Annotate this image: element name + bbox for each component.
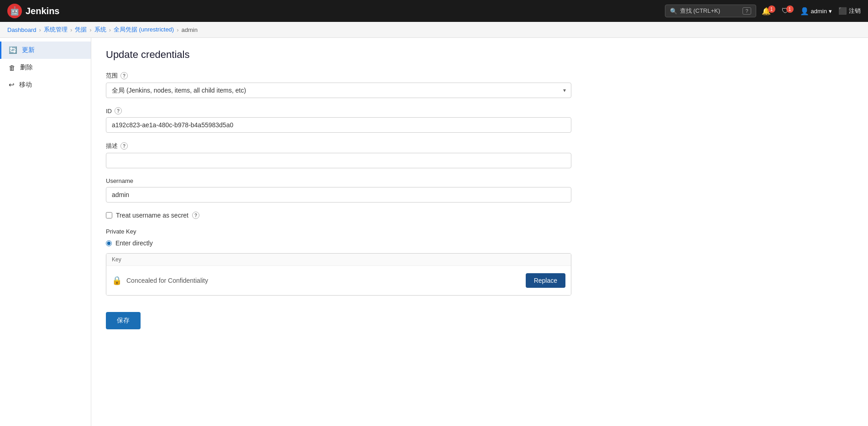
treat-username-secret-checkbox[interactable] [106,212,112,218]
description-group: 描述 ? [106,142,571,168]
delete-icon: 🗑 [9,64,16,72]
topnav-icons: 🔔 1 🛡 1 👤 admin ▾ ⬛ 注销 [762,7,861,16]
logout-label: 注销 [849,7,861,15]
breadcrumb-sep-2: › [70,26,72,33]
breadcrumb: Dashboard › 系统管理 › 凭据 › 系统 › 全局凭据 (unres… [0,22,868,38]
main-content: Update credentials 范围 ? 全局 (Jenkins, nod… [91,38,868,426]
credentials-form: 范围 ? 全局 (Jenkins, nodes, items, all chil… [106,72,571,329]
key-box: Key 🔒 Concealed for Confidentiality Repl… [106,253,571,296]
id-help-icon[interactable]: ? [115,107,122,114]
breadcrumb-system[interactable]: 系统 [94,26,106,34]
jenkins-logo-text: Jenkins [26,6,59,16]
notifications-badge: 1 [768,5,775,13]
scope-label: 范围 ? [106,72,571,80]
username-group: Username [106,177,571,203]
security-button[interactable]: 🛡 1 [782,7,794,15]
breadcrumb-current: admin [182,26,198,33]
private-key-label: Private Key [106,228,571,235]
breadcrumb-sep-3: › [89,26,91,33]
id-label: ID ? [106,107,571,114]
chevron-down-icon: ▾ [829,8,832,15]
breadcrumb-sep-5: › [177,26,178,33]
breadcrumb-credentials[interactable]: 凭据 [75,26,87,34]
id-group: ID ? [106,107,571,133]
id-input[interactable] [106,117,571,133]
breadcrumb-global-credentials[interactable]: 全局凭据 (unrestricted) [114,26,174,34]
description-input[interactable] [106,153,571,168]
jenkins-logo-icon: 🤖 [7,4,22,18]
search-help-icon: ? [743,7,751,15]
sidebar-item-delete[interactable]: 🗑 删除 [0,59,91,76]
page-title: Update credentials [106,49,853,61]
lock-icon: 🔒 [112,275,122,286]
treat-username-secret-label[interactable]: Treat username as secret [116,212,188,219]
sidebar-item-update[interactable]: 🔄 更新 [0,42,91,59]
breadcrumb-sep-1: › [39,26,41,33]
page-layout: 🔄 更新 🗑 删除 ↩ 移动 Update credentials 范围 ? [0,38,868,426]
enter-directly-row: Enter directly [106,239,571,247]
logout-icon: ⬛ [838,7,847,15]
username-label: Username [106,177,571,184]
treat-username-secret-row: Treat username as secret ? [106,212,571,219]
scope-select-wrap: 全局 (Jenkins, nodes, items, all child ite… [106,83,571,98]
sidebar-item-move-label: 移动 [19,81,32,89]
logout-button[interactable]: ⬛ 注销 [838,7,861,15]
search-bar[interactable]: 🔍 查找 (CTRL+K) ? [665,5,756,17]
private-key-group: Private Key Enter directly Key 🔒 Conceal… [106,228,571,296]
scope-select[interactable]: 全局 (Jenkins, nodes, items, all child ite… [106,83,571,98]
sidebar-item-delete-label: 删除 [20,63,33,72]
security-badge: 1 [786,5,794,13]
concealed-text: Concealed for Confidentiality [126,277,521,284]
key-box-content: 🔒 Concealed for Confidentiality Replace [106,266,571,295]
move-icon: ↩ [9,81,15,89]
enter-directly-label[interactable]: Enter directly [115,239,153,247]
sidebar-item-move[interactable]: ↩ 移动 [0,76,91,94]
treat-username-secret-help-icon[interactable]: ? [192,212,199,219]
replace-button[interactable]: Replace [526,273,565,288]
scope-group: 范围 ? 全局 (Jenkins, nodes, items, all chil… [106,72,571,98]
search-placeholder-text: 查找 (CTRL+K) [680,7,720,15]
username-input[interactable] [106,187,571,203]
user-icon: 👤 [800,7,809,16]
key-box-label: Key [106,254,571,266]
breadcrumb-dashboard[interactable]: Dashboard [7,26,37,33]
save-button[interactable]: 保存 [106,312,141,329]
description-help-icon[interactable]: ? [120,142,128,150]
scope-help-icon[interactable]: ? [120,72,128,79]
sidebar-item-update-label: 更新 [22,46,35,54]
notifications-button[interactable]: 🔔 1 [762,7,775,16]
user-name: admin [811,8,827,15]
user-menu-button[interactable]: 👤 admin ▾ [800,7,832,16]
breadcrumb-system-admin[interactable]: 系统管理 [44,26,68,34]
breadcrumb-sep-4: › [109,26,111,33]
top-navbar: 🤖 Jenkins 🔍 查找 (CTRL+K) ? 🔔 1 🛡 1 👤 admi… [0,0,868,22]
enter-directly-radio[interactable] [106,240,112,246]
update-icon: 🔄 [9,46,17,54]
sidebar: 🔄 更新 🗑 删除 ↩ 移动 [0,38,91,426]
description-label: 描述 ? [106,142,571,150]
jenkins-logo[interactable]: 🤖 Jenkins [7,4,59,18]
search-icon: 🔍 [670,8,677,15]
